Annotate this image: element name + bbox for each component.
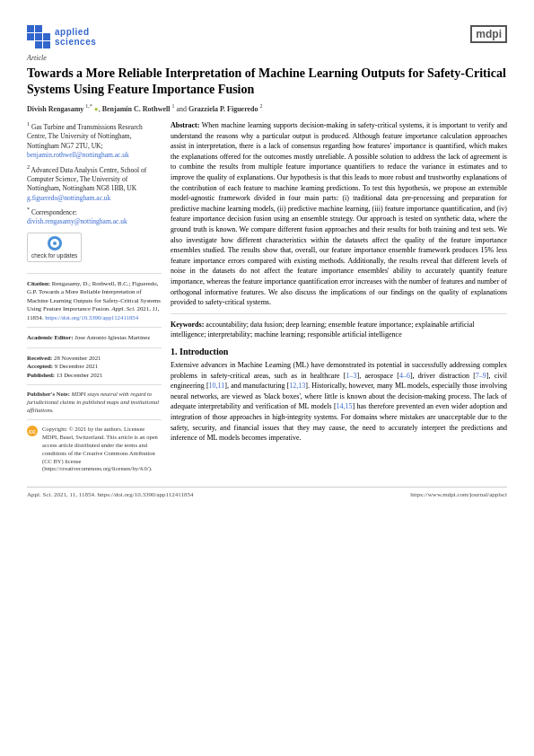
affiliations-block: 1 Gas Turbine and Transmissions Research… (27, 120, 162, 227)
divider-abstract (171, 313, 507, 314)
page-header: applied sciences mdpi (27, 25, 507, 48)
affil-1-num: 1 (27, 120, 30, 127)
footer-right: https://www.mdpi.com/journal/applsci (410, 491, 507, 498)
keywords-text: accountability; data fusion; deep learni… (171, 321, 475, 338)
citation-year: 2021, (137, 305, 153, 312)
left-column: 1 Gas Turbine and Transmissions Research… (27, 120, 162, 478)
copyright-text: Copyright: © 2021 by the authors. Licens… (42, 426, 158, 471)
divider-3 (27, 347, 162, 348)
logo-grid-icon (27, 25, 50, 48)
dates-block: Received: 28 November 2021 Accepted: 9 D… (27, 354, 162, 380)
author-1-affil: 1,* (85, 103, 92, 109)
author-2-affil: 1 (171, 103, 174, 109)
ref-1-3: 1–3 (346, 372, 357, 380)
corresp-email: divish.rengasamy@nottingham.ac.uk (27, 217, 127, 225)
article-title: Towards a More Reliable Interpretation o… (27, 66, 507, 98)
ref-14-15: 14,15 (337, 402, 353, 410)
author-separator: and (176, 105, 188, 113)
affil-1-email: benjamin.rothwell@nottingham.ac.uk (27, 151, 129, 159)
corresp-sym: * (27, 206, 30, 212)
badge-circle-icon (48, 236, 62, 251)
page-footer: Appl. Sci. 2021, 11, 11854. https://doi.… (27, 487, 507, 498)
badge-label: check for updates (31, 252, 77, 259)
author-3-affil: 2 (260, 103, 263, 109)
keywords-label: Keywords: (171, 321, 204, 329)
cc-icon: cc (27, 426, 38, 436)
published-row: Published: 13 December 2021 (27, 371, 162, 380)
ref-7-9: 7–9 (476, 372, 486, 380)
affiliation-1: 1 Gas Turbine and Transmissions Research… (27, 120, 162, 161)
author-1: Divish Rengasamy (27, 105, 83, 113)
divider-2 (27, 327, 162, 328)
logo-sciences: sciences (55, 37, 96, 47)
author-3: Grazziela P. Figueredo (188, 105, 258, 113)
section-1-heading: 1. Introduction (171, 347, 507, 356)
publisher-note-block: Publisher's Note: MDPI stays neutral wit… (27, 391, 162, 414)
editor-block: Academic Editor: Jose Antonio Iglesias M… (27, 333, 162, 342)
affiliation-2: 2 Advanced Data Analysis Centre, School … (27, 163, 162, 204)
ref-10-11: 10,11 (209, 382, 225, 390)
accepted-row: Accepted: 9 December 2021 (27, 362, 162, 371)
citation-journal: Appl. Sci. (112, 305, 136, 312)
affil-2-email: g.figueredo@nottingham.ac.uk (27, 194, 110, 202)
abstract-text: When machine learning supports decision-… (171, 121, 507, 306)
abstract-block: Abstract: When machine learning supports… (171, 120, 507, 308)
ref-4-6: 4–6 (399, 372, 410, 380)
received-date: 28 November 2021 (54, 355, 101, 361)
journal-logo: applied sciences (27, 25, 96, 48)
published-date: 13 December 2021 (57, 372, 103, 378)
logo-text: applied sciences (55, 27, 96, 47)
authors-line: Divish Rengasamy 1,* ●, Benjamin C. Roth… (27, 103, 507, 113)
published-label: Published: (27, 372, 55, 378)
editor-name: Jose Antonio Iglesias Martínez (74, 334, 150, 340)
editor-label: Academic Editor: (27, 334, 74, 340)
divider-1 (27, 273, 162, 274)
correspondence: * Correspondence: divish.rengasamy@notti… (27, 206, 162, 227)
logo-applied: applied (55, 27, 96, 37)
license-text: Copyright: © 2021 by the authors. Licens… (42, 426, 162, 473)
two-column-layout: 1 Gas Turbine and Transmissions Research… (27, 120, 507, 478)
publisher-note-label: Publisher's Note: (27, 391, 70, 397)
license-block: cc Copyright: © 2021 by the authors. Lic… (27, 426, 162, 473)
citation-doi: https://doi.org/10.3390/app112411854 (45, 314, 138, 321)
citation-label: Citation: (27, 280, 50, 286)
ref-12-13: 12,13 (289, 382, 305, 390)
author-2: Benjamin C. Rothwell (102, 105, 171, 113)
right-column: Abstract: When machine learning supports… (171, 120, 507, 478)
article-type-label: Article (27, 54, 507, 62)
intro-paragraph-1: Extensive advances in Machine Learning (… (171, 360, 507, 444)
section-1-title: Introduction (179, 347, 228, 356)
received-label: Received: (27, 355, 52, 361)
keywords-block: Keywords: accountability; data fusion; d… (171, 320, 507, 339)
divider-5 (27, 419, 162, 420)
footer-left: Appl. Sci. 2021, 11, 11854. https://doi.… (27, 491, 194, 498)
received-row: Received: 28 November 2021 (27, 354, 162, 363)
mdpi-logo: mdpi (470, 25, 507, 43)
accepted-date: 9 December 2021 (55, 363, 98, 369)
abstract-label: Abstract: (171, 121, 199, 129)
affil-2-num: 2 (27, 163, 30, 170)
citation-block: Citation: Rengasamy, D.; Rothwell, B.C.;… (27, 279, 162, 322)
divider-4 (27, 384, 162, 385)
accepted-label: Accepted: (27, 363, 53, 369)
badge-dot (53, 242, 57, 245)
orcid-icon: ● (94, 105, 99, 113)
check-updates-badge: check for updates (27, 233, 82, 262)
section-1-num: 1. (171, 347, 178, 356)
badge-inner (50, 239, 59, 248)
cc-badge-icon: cc (27, 426, 38, 436)
